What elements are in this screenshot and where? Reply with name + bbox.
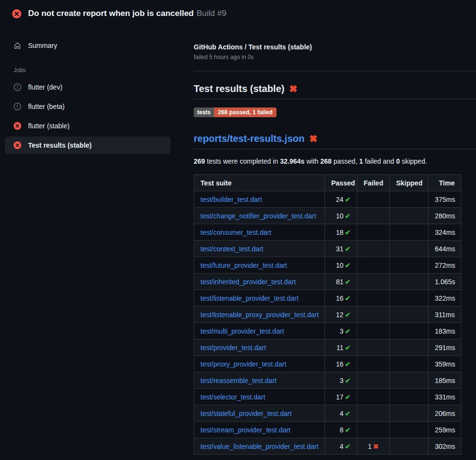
- job-label: flutter (beta): [28, 103, 64, 110]
- time-value: 324ms: [429, 224, 461, 241]
- jobs-list: flutter (dev)flutter (beta)flutter (stab…: [5, 78, 170, 154]
- sidebar-item-flutter-stable[interactable]: flutter (stable): [5, 117, 170, 135]
- check-icon: ✔: [345, 344, 351, 352]
- skipped-cell: [390, 307, 429, 323]
- time-value: 331ms: [429, 389, 461, 405]
- sidebar-item-test-results-stable[interactable]: Test results (stable): [5, 137, 170, 154]
- test-suite-link[interactable]: test/multi_provider_test.dart: [200, 327, 284, 335]
- test-suite-link[interactable]: test/inherited_provider_test.dart: [200, 278, 296, 286]
- test-suite-link[interactable]: test/selector_test.dart: [200, 393, 265, 401]
- table-row: test/context_test.dart31✔644ms: [194, 241, 461, 257]
- check-icon: ✔: [345, 426, 351, 434]
- summary-text: tests were completed in: [205, 157, 280, 165]
- table-row: test/future_provider_test.dart10✔272ms: [194, 257, 461, 274]
- page-title: Do not create report when job is cancell…: [28, 9, 194, 18]
- skipped-cell: [390, 339, 429, 356]
- time-value: 183ms: [429, 323, 461, 339]
- column-header-passed: Passed: [325, 175, 357, 191]
- home-icon: [14, 42, 21, 49]
- check-icon: ✔: [345, 410, 351, 417]
- table-row: test/listenable_proxy_provider_test.dart…: [194, 307, 461, 323]
- check-icon: ✔: [345, 261, 351, 269]
- passed-count: 10: [336, 212, 344, 220]
- build-number: Build #9: [197, 9, 226, 18]
- skipped-cell: [390, 372, 429, 389]
- test-suite-link[interactable]: test/builder_test.dart: [200, 196, 262, 203]
- check-icon: ✔: [345, 377, 351, 384]
- time-value: 375ms: [429, 191, 461, 208]
- passed-count: 8: [339, 426, 343, 434]
- passed-count: 4: [339, 443, 343, 450]
- table-row: test/builder_test.dart24✔375ms: [194, 191, 461, 208]
- test-suite-link[interactable]: test/provider_test.dart: [200, 344, 266, 352]
- table-header-row: Test suitePassedFailedSkippedTime: [194, 175, 461, 191]
- stop-icon: [14, 83, 21, 91]
- check-icon: ✔: [345, 393, 351, 401]
- failed-count: 1: [368, 443, 372, 450]
- check-icon: ✔: [345, 229, 351, 236]
- x-circle-icon: [12, 9, 21, 18]
- summary-sentence: 269 tests were completed in 32.964s with…: [194, 157, 476, 165]
- test-suite-link[interactable]: test/consumer_test.dart: [200, 229, 271, 236]
- test-suite-link[interactable]: test/stream_provider_test.dart: [200, 426, 291, 434]
- table-row: test/multi_provider_test.dart3✔183ms: [194, 323, 461, 339]
- time-value: 359ms: [429, 356, 461, 372]
- test-results-table: Test suitePassedFailedSkippedTime test/b…: [194, 174, 461, 455]
- test-suite-link[interactable]: test/value_listenable_provider_test.dart: [200, 443, 319, 450]
- passed-count: 3: [339, 377, 343, 384]
- x-icon: ✖: [373, 443, 379, 450]
- report-file-link[interactable]: reports/test-results.json: [194, 133, 305, 144]
- test-suite-link[interactable]: test/future_provider_test.dart: [200, 261, 287, 269]
- skipped-cell: [390, 191, 429, 208]
- passed-count: 11: [337, 344, 344, 352]
- time-value: 644ms: [429, 241, 461, 257]
- test-suite-link[interactable]: test/listenable_proxy_provider_test.dart: [200, 311, 319, 319]
- passed-count: 4: [339, 410, 343, 417]
- stop-icon: [14, 103, 21, 110]
- time-value: 280ms: [429, 208, 461, 224]
- sidebar: Summary Jobs flutter (dev)flutter (beta)…: [0, 27, 194, 154]
- check-icon: ✔: [345, 327, 351, 335]
- failed-total: 1: [359, 157, 363, 165]
- test-suite-link[interactable]: test/proxy_provider_test.dart: [200, 360, 286, 368]
- skipped-cell: [390, 438, 429, 455]
- badge-label: tests: [194, 107, 214, 117]
- passed-total: 268: [321, 157, 332, 165]
- test-suite-link[interactable]: test/reassemble_test.dart: [200, 377, 276, 384]
- sidebar-item-label: Summary: [28, 42, 57, 49]
- table-row: test/consumer_test.dart18✔324ms: [194, 224, 461, 241]
- test-suite-link[interactable]: test/change_notifier_provider_test.dart: [200, 212, 316, 220]
- jobs-heading: Jobs: [14, 67, 170, 74]
- passed-count: 16: [336, 294, 344, 302]
- x-icon: ✖: [309, 134, 317, 144]
- sidebar-item-flutter-beta[interactable]: flutter (beta): [5, 98, 170, 115]
- test-suite-link[interactable]: test/context_test.dart: [200, 245, 263, 253]
- x-circle-icon: [14, 141, 21, 149]
- passed-count: 16: [336, 360, 344, 368]
- time-value: 185ms: [429, 372, 461, 389]
- skipped-total: 0: [396, 157, 400, 165]
- summary-text: skipped.: [400, 157, 427, 165]
- skipped-cell: [390, 323, 429, 339]
- total-count: 269: [194, 157, 205, 165]
- tests-badge: tests268 passed, 1 failed: [194, 107, 276, 117]
- divider: [194, 71, 476, 71]
- status-line: failed 5 hours ago in 0s: [194, 54, 476, 61]
- sidebar-item-flutter-dev[interactable]: flutter (dev): [5, 78, 170, 96]
- job-label: flutter (stable): [28, 122, 70, 130]
- table-row: test/change_notifier_provider_test.dart1…: [194, 208, 461, 224]
- x-icon: ✖: [289, 84, 297, 94]
- skipped-cell: [390, 208, 429, 224]
- skipped-cell: [390, 290, 429, 307]
- time-value: 311ms: [429, 307, 461, 323]
- x-circle-icon: [14, 122, 21, 130]
- passed-count: 10: [336, 261, 344, 269]
- job-label: flutter (dev): [28, 83, 62, 91]
- table-row: test/selector_test.dart17✔331ms: [194, 389, 461, 405]
- table-row: test/value_listenable_provider_test.dart…: [194, 438, 461, 455]
- summary-text: passed,: [332, 157, 359, 165]
- sidebar-item-summary[interactable]: Summary: [5, 37, 170, 54]
- summary-text: failed and: [363, 157, 397, 165]
- test-suite-link[interactable]: test/listenable_provider_test.dart: [200, 294, 298, 302]
- test-suite-link[interactable]: test/stateful_provider_test.dart: [200, 410, 292, 417]
